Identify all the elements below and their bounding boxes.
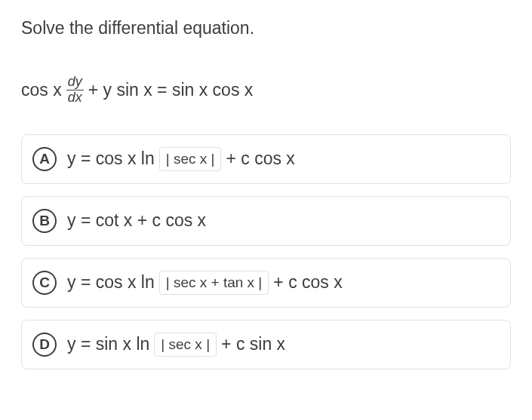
choice-content: y = cot x + c cos x (67, 210, 206, 231)
choice-content: y = cos x ln | sec x + tan x | + c cos x (67, 271, 343, 295)
choice-content: y = sin x ln | sec x | + c sin x (67, 333, 285, 357)
choice-text-part1: y = cos x ln (67, 272, 155, 293)
choice-letter: A (32, 147, 57, 171)
choice-b[interactable]: B y = cot x + c cos x (21, 196, 511, 246)
choice-d[interactable]: D y = sin x ln | sec x | + c sin x (21, 320, 511, 369)
abs-box: | sec x | (159, 147, 222, 171)
choice-a[interactable]: A y = cos x ln | sec x | + c cos x (21, 134, 511, 184)
choice-text-part2: + c sin x (221, 334, 285, 354)
question-prompt: Solve the differential equation. (21, 18, 511, 38)
equation-post: + y sin x = sin x cos x (88, 80, 254, 100)
choice-text-part1: y = cos x ln (67, 149, 155, 169)
choice-text-part2: + c cos x (273, 272, 342, 293)
choice-text-part1: y = cot x + c cos x (67, 210, 206, 231)
choice-text-part1: y = sin x ln (67, 334, 149, 354)
equation-pre: cos x (21, 80, 62, 100)
choice-c[interactable]: C y = cos x ln | sec x + tan x | + c cos… (21, 258, 511, 308)
abs-box: | sec x + tan x | (159, 271, 269, 295)
choice-content: y = cos x ln | sec x | + c cos x (67, 147, 295, 171)
choice-text-part2: + c cos x (226, 149, 294, 169)
fraction-numerator: dy (66, 75, 84, 90)
choice-letter: C (32, 271, 57, 295)
abs-box: | sec x | (154, 333, 217, 357)
choice-letter: B (32, 209, 57, 233)
differential-equation: cos x dy dx + y sin x = sin x cos x (21, 75, 511, 106)
fraction-denominator: dx (66, 90, 84, 106)
choice-letter: D (32, 333, 57, 357)
choice-list: A y = cos x ln | sec x | + c cos x B y =… (21, 134, 511, 369)
equation-fraction: dy dx (66, 75, 84, 106)
